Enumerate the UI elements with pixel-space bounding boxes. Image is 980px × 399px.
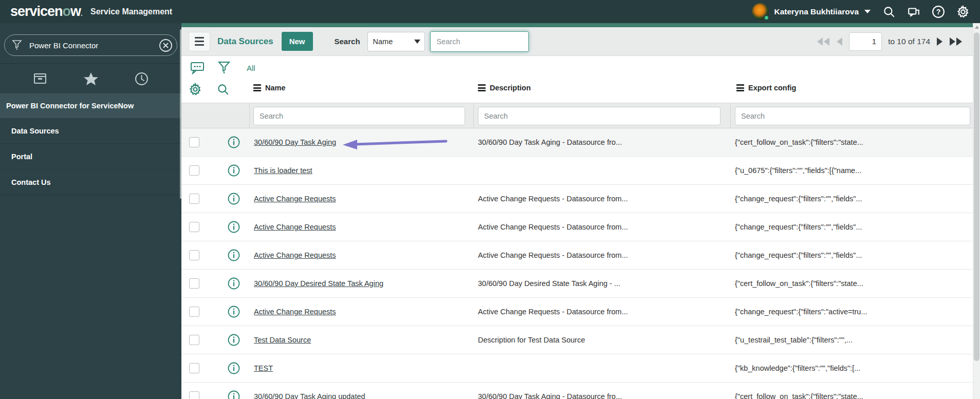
record-preview-info-icon[interactable] [228, 277, 240, 290]
row-checkbox[interactable] [189, 222, 199, 232]
filter-icon [12, 40, 22, 51]
first-page-button[interactable] [817, 37, 830, 46]
table-row[interactable]: 30/60/90 Day Task Aging updated 30/60/90… [181, 383, 973, 399]
next-page-button[interactable] [936, 37, 943, 46]
record-preview-info-icon[interactable] [228, 221, 240, 233]
last-page-button[interactable] [949, 37, 963, 46]
description-cell: 30/60/90 Day Task Aging - Datasource fro… [478, 392, 735, 399]
description-cell: Active Change Requests - Datasource from… [478, 223, 735, 231]
all-applications-icon[interactable] [33, 72, 47, 85]
table-row[interactable]: 30/60/90 Day Task Aging 30/60/90 Day Tas… [181, 128, 973, 157]
table-row[interactable]: This is loader test {"u_0675":{"filters"… [181, 157, 973, 185]
record-preview-info-icon[interactable] [228, 193, 240, 205]
row-checkbox[interactable] [189, 363, 199, 373]
table-row[interactable]: Active Change Requests Active Change Req… [181, 213, 973, 241]
previous-page-button[interactable] [836, 37, 843, 46]
row-checkbox[interactable] [189, 278, 199, 289]
record-preview-info-icon[interactable] [228, 136, 240, 148]
record-preview-info-icon[interactable] [228, 306, 240, 318]
logo-text: servicen [10, 4, 63, 19]
vertical-scrollbar[interactable] [973, 23, 980, 399]
scrollbar-up-arrow-icon[interactable] [973, 23, 980, 31]
column-search-toggle-icon[interactable] [216, 83, 230, 96]
column-menu-icon[interactable] [478, 84, 486, 91]
row-checkbox[interactable] [189, 137, 199, 147]
scrollbar-thumb[interactable] [974, 32, 979, 361]
record-link[interactable]: Test Data Source [254, 336, 311, 344]
sidebar-item-contact-us[interactable]: Contact Us [0, 169, 181, 195]
clear-filter-icon[interactable] [159, 39, 173, 52]
row-checkbox[interactable] [189, 194, 199, 204]
user-menu[interactable]: Kateryna Bukhtiiarova [752, 3, 871, 20]
record-preview-info-icon[interactable] [228, 164, 240, 177]
help-icon[interactable]: ? [932, 5, 945, 18]
sidebar-item-portal[interactable]: Portal [0, 144, 181, 169]
table-row[interactable]: Active Change Requests Active Change Req… [181, 298, 973, 326]
list-chat-icon[interactable] [190, 61, 205, 74]
gear-icon[interactable] [956, 5, 970, 18]
row-checkbox[interactable] [189, 335, 199, 345]
row-checkbox[interactable] [189, 165, 199, 176]
name-column-search-input[interactable] [253, 107, 465, 125]
list-filter-icon[interactable] [218, 61, 230, 74]
record-link[interactable]: Active Change Requests [254, 223, 336, 231]
history-clock-icon[interactable] [135, 72, 149, 86]
row-checkbox[interactable] [189, 391, 199, 399]
avatar[interactable] [752, 3, 769, 20]
record-link[interactable]: 30/60/90 Day Task Aging updated [254, 392, 365, 399]
list-controls: All Name Description Export config [181, 56, 973, 103]
table-row[interactable]: Active Change Requests Active Change Req… [181, 241, 973, 270]
list-personalize-gear-icon[interactable] [189, 83, 202, 96]
column-menu-icon[interactable] [736, 84, 744, 91]
column-divider [249, 103, 250, 128]
record-link[interactable]: Active Change Requests [254, 195, 336, 203]
record-link[interactable]: Active Change Requests [254, 308, 336, 316]
application-navigator: Power BI Connector for ServiceNow Data S… [0, 23, 181, 399]
column-header-name[interactable]: Name [253, 84, 286, 92]
record-preview-info-icon[interactable] [228, 334, 240, 346]
record-preview-info-icon[interactable] [228, 362, 240, 374]
description-column-search-input[interactable] [478, 107, 720, 125]
record-link[interactable]: TEST [254, 364, 273, 372]
record-link[interactable]: 30/60/90 Day Desired State Task Aging [254, 279, 383, 288]
navigator-filter-input[interactable] [28, 41, 159, 50]
description-cell: 30/60/90 Day Desired State Task Aging - … [478, 279, 735, 288]
logo-o-mark: o [63, 4, 71, 19]
breadcrumb-all[interactable]: All [247, 64, 255, 72]
table-row[interactable]: Test Data Source Description for Test Da… [181, 326, 973, 354]
record-link[interactable]: This is loader test [254, 166, 312, 175]
connect-chat-icon[interactable] [907, 5, 920, 18]
logo-text-end: w [70, 4, 81, 19]
description-cell: 30/60/90 Day Task Aging - Datasource fro… [478, 138, 735, 146]
column-divider [473, 103, 474, 128]
export-config-cell: {"u_0675":{"filters":"","fields":[{"name… [735, 166, 964, 175]
record-link[interactable]: 30/60/90 Day Task Aging [254, 138, 336, 146]
row-checkbox[interactable] [189, 250, 199, 260]
table-row[interactable]: TEST {"kb_knowledge":{"filters":"","fiel… [181, 354, 973, 383]
column-filter-row [181, 103, 973, 128]
description-cell: Active Change Requests - Datasource from… [478, 251, 735, 259]
record-link[interactable]: Active Change Requests [254, 251, 336, 259]
presence-dot [764, 15, 769, 21]
column-menu-icon[interactable] [253, 84, 261, 91]
current-page-input[interactable] [849, 32, 882, 51]
row-range-text: to 10 of 174 [888, 37, 930, 46]
table-row[interactable]: 30/60/90 Day Desired State Task Aging 30… [181, 270, 973, 298]
record-preview-info-icon[interactable] [228, 390, 240, 399]
search-field-select[interactable]: Name [367, 32, 425, 51]
global-search-icon[interactable] [882, 5, 896, 18]
sidebar-item-data-sources[interactable]: Data Sources [0, 118, 181, 144]
record-preview-info-icon[interactable] [228, 249, 240, 261]
column-header-export-config[interactable]: Export config [736, 84, 796, 92]
export-config-column-search-input[interactable] [735, 107, 970, 125]
row-checkbox[interactable] [189, 307, 199, 317]
list-context-menu-button[interactable] [189, 32, 210, 51]
new-record-button[interactable]: New [282, 32, 313, 51]
list-search-input[interactable] [430, 31, 529, 52]
servicenow-logo[interactable]: servicenow. [10, 5, 82, 18]
user-name: Kateryna Bukhtiiarova [774, 7, 859, 16]
table-row[interactable]: Active Change Requests Active Change Req… [181, 185, 973, 213]
column-header-description[interactable]: Description [478, 84, 531, 92]
favorites-star-icon[interactable] [84, 72, 98, 86]
export-config-cell: {"kb_knowledge":{"filters":"","fields":[… [735, 364, 964, 372]
